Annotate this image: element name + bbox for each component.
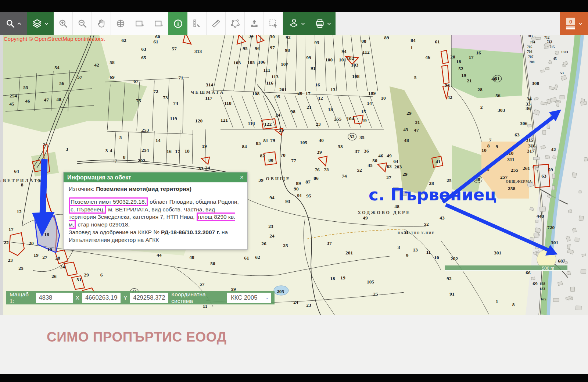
zoom-box-in-button[interactable] <box>130 12 149 35</box>
footer-area: СИМО ПРОПЪРТИС ЕООД <box>0 315 588 374</box>
dialog-order-line: Заповед за одобрение на КККР № РД-18-86/… <box>69 229 242 244</box>
toolbar-spacer <box>336 12 560 35</box>
highlighted-text: с. Първенец, <box>69 205 106 214</box>
status-bar: Мащаб 1: X Y Координатна система ККС 200… <box>6 291 275 304</box>
dialog-text: РД-18-86/10.12.2007 г. <box>161 229 220 235</box>
identify-layers-button[interactable] <box>283 12 311 35</box>
bottom-black-bar <box>0 374 588 382</box>
zoom-box-out-button[interactable] <box>149 12 168 35</box>
watermark-text: СИМО ПРОПЪРТИС ЕООД <box>47 329 227 345</box>
dialog-text: област Пловдив, община Родопи, <box>148 199 239 205</box>
upload-button[interactable] <box>245 12 264 35</box>
dialog-text: стар номер 029018, <box>76 221 130 228</box>
upload-icon <box>250 19 259 28</box>
magnifier-icon <box>6 19 15 28</box>
object-info-dialog: Информация за обект × Източник: Поземлен… <box>63 172 248 250</box>
source-line: Източник: Поземлени имоти(вид територия) <box>69 185 242 193</box>
chevron-left-icon: ‹ <box>0 178 1 183</box>
dialog-body: Източник: Поземлени имоти(вид територия)… <box>64 182 247 249</box>
chevron-down-icon <box>327 21 331 26</box>
village-annotation: с. Първениец <box>369 185 497 204</box>
scale-input[interactable] <box>36 293 73 303</box>
x-coordinate-input[interactable] <box>82 293 121 303</box>
measure-polygon-button[interactable] <box>226 12 245 35</box>
crs-select[interactable]: ККС 2005 ⌄ <box>227 293 271 303</box>
chevron-down-icon <box>578 21 583 26</box>
highlighted-text: Поземлен имот 59032.29.18, <box>69 197 148 206</box>
copyright-text: Copyright © OpenStreetMap contributors. <box>4 36 105 42</box>
rect-minus-icon <box>154 19 164 28</box>
zoom-in-button[interactable] <box>54 12 73 35</box>
zoom-out-button[interactable] <box>73 12 92 35</box>
dialog-text: Заповед за одобрение на КККР № <box>69 229 161 235</box>
dialog-header: Информация за обект × <box>64 172 247 182</box>
x-label: X <box>76 294 79 301</box>
source-value: Поземлени имоти(вид територия) <box>96 186 191 192</box>
scale-bar: 500 m <box>445 265 567 271</box>
full-extent-button[interactable] <box>111 12 130 35</box>
left-scrollbar[interactable]: ‹ <box>0 35 3 315</box>
chevron-down-icon <box>44 21 49 26</box>
doc-badge-icon: 0 <box>565 17 576 30</box>
chevron-down-icon <box>301 21 305 26</box>
layer-info-icon <box>288 18 299 29</box>
y-label: Y <box>123 294 127 301</box>
dialog-paragraph: Поземлен имот 59032.29.18, област Пловди… <box>69 198 242 229</box>
crs-value: ККС 2005 <box>231 294 257 301</box>
info-icon <box>173 19 183 29</box>
scale-label: Мащаб 1: <box>10 291 33 304</box>
zoom-in-icon <box>58 19 68 28</box>
rect-plus-icon <box>135 19 144 28</box>
scale-bar-label: 500 m <box>542 266 554 271</box>
chevron-up-icon <box>17 21 22 26</box>
svg-text:0: 0 <box>569 19 572 25</box>
y-coordinate-input[interactable] <box>130 293 168 303</box>
print-button[interactable] <box>311 12 336 35</box>
polygon-icon <box>230 19 240 28</box>
layers-button[interactable] <box>27 12 54 35</box>
measure-icon <box>192 19 202 28</box>
select-button[interactable] <box>264 12 283 35</box>
select-box-icon <box>269 19 278 28</box>
source-label: Източник: <box>69 186 96 192</box>
close-icon[interactable]: × <box>240 174 244 181</box>
top-black-bar <box>0 0 588 12</box>
toolbar: 0 <box>0 12 588 35</box>
layers-icon <box>32 18 42 29</box>
notes-button[interactable]: 0 <box>560 12 588 35</box>
printer-icon <box>315 19 325 29</box>
search-button[interactable] <box>0 12 27 35</box>
ruler-icon <box>211 19 221 28</box>
hand-icon <box>97 19 106 28</box>
pan-button[interactable] <box>92 12 111 35</box>
measure-area-button[interactable] <box>187 12 207 35</box>
zoom-out-icon <box>78 19 87 28</box>
chevron-down-icon: ⌄ <box>266 296 269 300</box>
measure-distance-button[interactable] <box>207 12 226 35</box>
crs-label: Координатна система <box>171 291 224 304</box>
identify-button[interactable] <box>168 12 187 35</box>
dialog-title: Информация за обект <box>67 174 131 181</box>
globe-icon <box>116 19 125 28</box>
